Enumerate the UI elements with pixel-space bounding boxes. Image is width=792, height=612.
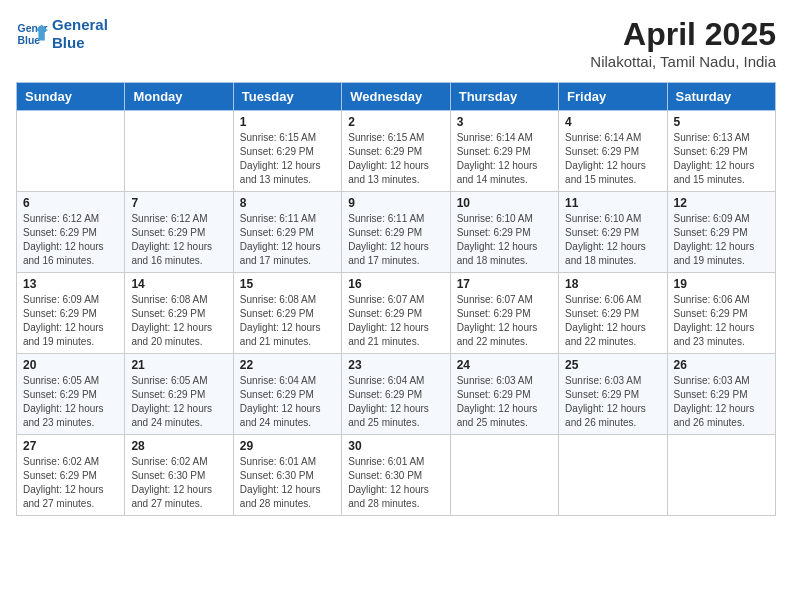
calendar-cell: 23Sunrise: 6:04 AM Sunset: 6:29 PM Dayli…	[342, 354, 450, 435]
day-detail: Sunrise: 6:15 AM Sunset: 6:29 PM Dayligh…	[240, 131, 335, 187]
logo-general: General	[52, 16, 108, 34]
calendar-cell: 9Sunrise: 6:11 AM Sunset: 6:29 PM Daylig…	[342, 192, 450, 273]
day-number: 10	[457, 196, 552, 210]
calendar-cell: 1Sunrise: 6:15 AM Sunset: 6:29 PM Daylig…	[233, 111, 341, 192]
day-detail: Sunrise: 6:10 AM Sunset: 6:29 PM Dayligh…	[457, 212, 552, 268]
calendar-header-row: SundayMondayTuesdayWednesdayThursdayFrid…	[17, 83, 776, 111]
calendar-cell: 19Sunrise: 6:06 AM Sunset: 6:29 PM Dayli…	[667, 273, 775, 354]
calendar-cell	[667, 435, 775, 516]
day-detail: Sunrise: 6:05 AM Sunset: 6:29 PM Dayligh…	[131, 374, 226, 430]
day-number: 29	[240, 439, 335, 453]
calendar-cell: 15Sunrise: 6:08 AM Sunset: 6:29 PM Dayli…	[233, 273, 341, 354]
weekday-header-sunday: Sunday	[17, 83, 125, 111]
day-number: 13	[23, 277, 118, 291]
day-number: 24	[457, 358, 552, 372]
svg-text:Blue: Blue	[18, 35, 41, 46]
day-number: 7	[131, 196, 226, 210]
calendar-cell: 29Sunrise: 6:01 AM Sunset: 6:30 PM Dayli…	[233, 435, 341, 516]
calendar-cell: 21Sunrise: 6:05 AM Sunset: 6:29 PM Dayli…	[125, 354, 233, 435]
day-detail: Sunrise: 6:11 AM Sunset: 6:29 PM Dayligh…	[348, 212, 443, 268]
day-number: 21	[131, 358, 226, 372]
calendar-cell: 30Sunrise: 6:01 AM Sunset: 6:30 PM Dayli…	[342, 435, 450, 516]
day-detail: Sunrise: 6:01 AM Sunset: 6:30 PM Dayligh…	[348, 455, 443, 511]
day-number: 26	[674, 358, 769, 372]
day-detail: Sunrise: 6:13 AM Sunset: 6:29 PM Dayligh…	[674, 131, 769, 187]
calendar-cell: 16Sunrise: 6:07 AM Sunset: 6:29 PM Dayli…	[342, 273, 450, 354]
logo-blue: Blue	[52, 34, 108, 52]
day-number: 16	[348, 277, 443, 291]
title-block: April 2025 Nilakottai, Tamil Nadu, India	[590, 16, 776, 70]
day-number: 17	[457, 277, 552, 291]
calendar-table: SundayMondayTuesdayWednesdayThursdayFrid…	[16, 82, 776, 516]
calendar-cell: 24Sunrise: 6:03 AM Sunset: 6:29 PM Dayli…	[450, 354, 558, 435]
day-detail: Sunrise: 6:07 AM Sunset: 6:29 PM Dayligh…	[457, 293, 552, 349]
day-number: 8	[240, 196, 335, 210]
calendar-week-4: 20Sunrise: 6:05 AM Sunset: 6:29 PM Dayli…	[17, 354, 776, 435]
calendar-week-1: 1Sunrise: 6:15 AM Sunset: 6:29 PM Daylig…	[17, 111, 776, 192]
day-detail: Sunrise: 6:08 AM Sunset: 6:29 PM Dayligh…	[131, 293, 226, 349]
calendar-week-2: 6Sunrise: 6:12 AM Sunset: 6:29 PM Daylig…	[17, 192, 776, 273]
day-detail: Sunrise: 6:05 AM Sunset: 6:29 PM Dayligh…	[23, 374, 118, 430]
calendar-cell: 2Sunrise: 6:15 AM Sunset: 6:29 PM Daylig…	[342, 111, 450, 192]
weekday-header-tuesday: Tuesday	[233, 83, 341, 111]
calendar-week-3: 13Sunrise: 6:09 AM Sunset: 6:29 PM Dayli…	[17, 273, 776, 354]
day-detail: Sunrise: 6:10 AM Sunset: 6:29 PM Dayligh…	[565, 212, 660, 268]
calendar-cell: 28Sunrise: 6:02 AM Sunset: 6:30 PM Dayli…	[125, 435, 233, 516]
weekday-header-wednesday: Wednesday	[342, 83, 450, 111]
day-detail: Sunrise: 6:06 AM Sunset: 6:29 PM Dayligh…	[674, 293, 769, 349]
day-number: 9	[348, 196, 443, 210]
day-number: 4	[565, 115, 660, 129]
calendar-cell: 20Sunrise: 6:05 AM Sunset: 6:29 PM Dayli…	[17, 354, 125, 435]
month-title: April 2025	[590, 16, 776, 53]
day-detail: Sunrise: 6:03 AM Sunset: 6:29 PM Dayligh…	[565, 374, 660, 430]
day-number: 18	[565, 277, 660, 291]
calendar-cell: 6Sunrise: 6:12 AM Sunset: 6:29 PM Daylig…	[17, 192, 125, 273]
calendar-cell	[450, 435, 558, 516]
day-number: 3	[457, 115, 552, 129]
calendar-body: 1Sunrise: 6:15 AM Sunset: 6:29 PM Daylig…	[17, 111, 776, 516]
weekday-header-friday: Friday	[559, 83, 667, 111]
calendar-cell: 26Sunrise: 6:03 AM Sunset: 6:29 PM Dayli…	[667, 354, 775, 435]
day-detail: Sunrise: 6:01 AM Sunset: 6:30 PM Dayligh…	[240, 455, 335, 511]
day-number: 1	[240, 115, 335, 129]
day-number: 22	[240, 358, 335, 372]
day-detail: Sunrise: 6:03 AM Sunset: 6:29 PM Dayligh…	[674, 374, 769, 430]
day-detail: Sunrise: 6:03 AM Sunset: 6:29 PM Dayligh…	[457, 374, 552, 430]
day-number: 15	[240, 277, 335, 291]
day-number: 2	[348, 115, 443, 129]
day-detail: Sunrise: 6:04 AM Sunset: 6:29 PM Dayligh…	[348, 374, 443, 430]
calendar-cell: 13Sunrise: 6:09 AM Sunset: 6:29 PM Dayli…	[17, 273, 125, 354]
location-title: Nilakottai, Tamil Nadu, India	[590, 53, 776, 70]
calendar-cell	[125, 111, 233, 192]
day-detail: Sunrise: 6:09 AM Sunset: 6:29 PM Dayligh…	[674, 212, 769, 268]
day-number: 5	[674, 115, 769, 129]
calendar-cell: 27Sunrise: 6:02 AM Sunset: 6:29 PM Dayli…	[17, 435, 125, 516]
day-detail: Sunrise: 6:02 AM Sunset: 6:29 PM Dayligh…	[23, 455, 118, 511]
calendar-cell	[559, 435, 667, 516]
weekday-header-monday: Monday	[125, 83, 233, 111]
calendar-cell: 22Sunrise: 6:04 AM Sunset: 6:29 PM Dayli…	[233, 354, 341, 435]
calendar-cell: 12Sunrise: 6:09 AM Sunset: 6:29 PM Dayli…	[667, 192, 775, 273]
day-number: 27	[23, 439, 118, 453]
day-number: 30	[348, 439, 443, 453]
calendar-cell: 17Sunrise: 6:07 AM Sunset: 6:29 PM Dayli…	[450, 273, 558, 354]
day-detail: Sunrise: 6:08 AM Sunset: 6:29 PM Dayligh…	[240, 293, 335, 349]
calendar-cell: 3Sunrise: 6:14 AM Sunset: 6:29 PM Daylig…	[450, 111, 558, 192]
day-number: 12	[674, 196, 769, 210]
calendar-week-5: 27Sunrise: 6:02 AM Sunset: 6:29 PM Dayli…	[17, 435, 776, 516]
day-number: 11	[565, 196, 660, 210]
day-detail: Sunrise: 6:02 AM Sunset: 6:30 PM Dayligh…	[131, 455, 226, 511]
calendar-cell: 4Sunrise: 6:14 AM Sunset: 6:29 PM Daylig…	[559, 111, 667, 192]
weekday-header-thursday: Thursday	[450, 83, 558, 111]
day-detail: Sunrise: 6:15 AM Sunset: 6:29 PM Dayligh…	[348, 131, 443, 187]
logo-icon: General Blue	[16, 18, 48, 50]
day-detail: Sunrise: 6:09 AM Sunset: 6:29 PM Dayligh…	[23, 293, 118, 349]
calendar-cell: 14Sunrise: 6:08 AM Sunset: 6:29 PM Dayli…	[125, 273, 233, 354]
day-detail: Sunrise: 6:14 AM Sunset: 6:29 PM Dayligh…	[565, 131, 660, 187]
day-detail: Sunrise: 6:14 AM Sunset: 6:29 PM Dayligh…	[457, 131, 552, 187]
calendar-cell: 10Sunrise: 6:10 AM Sunset: 6:29 PM Dayli…	[450, 192, 558, 273]
logo: General Blue General Blue	[16, 16, 108, 52]
calendar-cell: 8Sunrise: 6:11 AM Sunset: 6:29 PM Daylig…	[233, 192, 341, 273]
calendar-cell: 11Sunrise: 6:10 AM Sunset: 6:29 PM Dayli…	[559, 192, 667, 273]
day-detail: Sunrise: 6:12 AM Sunset: 6:29 PM Dayligh…	[23, 212, 118, 268]
